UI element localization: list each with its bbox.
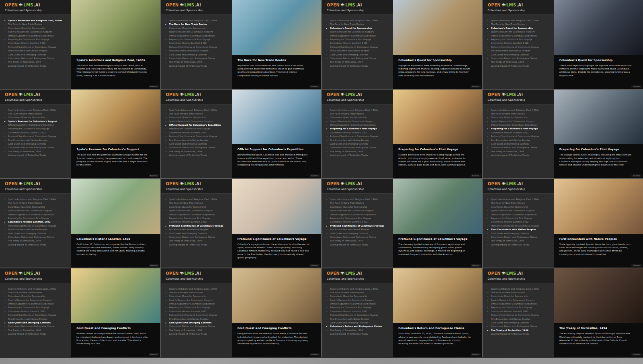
toc-item[interactable]: • Official Support for Columbus's Expedi… — [326, 303, 391, 305]
toc-item[interactable]: • Preparing for Columbus's First Voyage — [487, 39, 552, 41]
toc-item[interactable]: ▸ Spain's Ambitions and Religious Zeal, … — [4, 20, 69, 22]
toc-item[interactable]: • Lasting Impact of Tordesillas Treaty — [166, 65, 230, 67]
toc-item[interactable]: • Spain's Ambitions and Religious Zeal, … — [487, 109, 552, 112]
toc-item[interactable]: • Spain's Reasons for Columbus's Support — [326, 210, 391, 212]
toc-item[interactable]: • Columbus's Return and Portuguese Claim… — [4, 325, 69, 328]
toc-item[interactable]: • Spain's Reasons for Columbus's Support — [487, 210, 552, 212]
toc-item[interactable]: • Profound Significance of Columbus's Vo… — [326, 314, 391, 317]
toc-item[interactable]: • Lasting Impact of Tordesillas Treaty — [487, 244, 552, 246]
toc-item[interactable]: • Spain's Ambitions and Religious Zeal, … — [326, 109, 391, 112]
toc-item[interactable]: • Official Support for Columbus's Expedi… — [326, 124, 391, 127]
toc-item[interactable]: • Official Support for Columbus's Expedi… — [487, 124, 552, 127]
toc-item[interactable]: • Profound Significance of Columbus's Vo… — [166, 135, 230, 138]
toc-item[interactable]: • Preparing for Columbus's First Voyage — [4, 217, 69, 220]
gamma-watermark[interactable]: Gamma — [149, 353, 159, 356]
toc-item[interactable]: • Columbus's Return and Portuguese Claim… — [4, 57, 69, 60]
toc-item[interactable]: • First Encounters with Native Peoples — [4, 229, 69, 231]
toc-item[interactable]: • Lasting Impact of Tordesillas Treaty — [4, 154, 69, 157]
toc-item[interactable]: • Preparing for Columbus's First Voyage — [166, 128, 230, 130]
toc-item[interactable]: • Official Support for Columbus's Expedi… — [166, 214, 230, 216]
toc-item[interactable]: • Columbus's Historic Landfall, 1492 — [166, 311, 230, 313]
toc-item[interactable]: • First Encounters with Native Peoples — [326, 229, 391, 231]
gamma-watermark[interactable]: Gamma — [631, 174, 642, 177]
toc-item[interactable]: • Gold Quest and Emerging Conflicts — [487, 322, 552, 324]
toc-item[interactable]: • Columbus's Return and Portuguese Claim… — [487, 57, 552, 60]
toc-item[interactable]: • First Encounters with Native Peoples — [326, 139, 391, 142]
toc-item[interactable]: • Columbus's Return and Portuguese Claim… — [166, 325, 230, 328]
gamma-watermark[interactable]: Gamma — [471, 264, 481, 267]
toc-item[interactable]: • Gold Quest and Emerging Conflicts — [487, 233, 552, 235]
toc-item[interactable]: ▸ Gold Quest and Emerging Conflicts — [4, 322, 69, 324]
toc-item[interactable]: ▸ Preparing for Columbus's First Voyage — [326, 128, 391, 130]
toc-item[interactable]: • The Race for New Trade Routes — [4, 23, 69, 26]
toc-item[interactable]: • Columbus's Historic Landfall, 1492 — [326, 42, 391, 45]
toc-item[interactable]: • Preparing for Columbus's First Voyage — [326, 39, 391, 41]
toc-item[interactable]: • The Race for New Trade Routes — [487, 202, 552, 204]
toc-item[interactable]: • Spain's Ambitions and Religious Zeal, … — [166, 20, 230, 22]
toc-item[interactable]: • Spain's Reasons for Columbus's Support — [4, 299, 69, 302]
toc-item[interactable]: • Columbus's Quest for Sponsorship — [326, 117, 391, 119]
toc-item[interactable]: • Columbus's Quest for Sponsorship — [166, 117, 230, 119]
toc-item[interactable]: • Spain's Ambitions and Religious Zeal, … — [487, 20, 552, 22]
toc-item[interactable]: • Columbus's Return and Portuguese Claim… — [166, 147, 230, 149]
gamma-watermark[interactable]: Gamma — [309, 85, 320, 88]
gamma-watermark[interactable]: Gamma — [471, 85, 481, 88]
toc-item[interactable]: • Lasting Impact of Tordesillas Treaty — [487, 154, 552, 157]
toc-item[interactable]: • Columbus's Historic Landfall, 1492 — [487, 42, 552, 45]
toc-item[interactable]: • First Encounters with Native Peoples — [166, 318, 230, 321]
toc-item[interactable]: • Profound Significance of Columbus's Vo… — [4, 314, 69, 317]
toc-item[interactable]: • Columbus's Return and Portuguese Claim… — [4, 147, 69, 149]
toc-item[interactable]: • Columbus's Return and Portuguese Claim… — [326, 147, 391, 149]
toc-item[interactable]: • First Encounters with Native Peoples — [166, 139, 230, 142]
toc-item[interactable]: • Lasting Impact of Tordesillas Treaty — [487, 333, 552, 335]
toc-item[interactable]: • Lasting Impact of Tordesillas Treaty — [326, 333, 391, 335]
toc-item[interactable]: • Official Support for Columbus's Expedi… — [4, 303, 69, 305]
toc-item[interactable]: • Preparing for Columbus's First Voyage — [326, 217, 391, 220]
toc-item[interactable]: • Preparing for Columbus's First Voyage — [326, 307, 391, 309]
toc-item[interactable]: • Columbus's Historic Landfall, 1492 — [4, 311, 69, 313]
toc-item[interactable]: • Columbus's Quest for Sponsorship — [166, 206, 230, 209]
toc-item[interactable]: • Official Support for Columbus's Expedi… — [487, 35, 552, 37]
toc-item[interactable]: • Lasting Impact of Tordesillas Treaty — [326, 65, 391, 67]
toc-item[interactable]: • Spain's Reasons for Columbus's Support — [4, 210, 69, 212]
toc-item[interactable]: • The Race for New Trade Routes — [166, 292, 230, 294]
toc-item[interactable]: • Spain's Reasons for Columbus's Support — [166, 121, 230, 123]
toc-item[interactable]: • First Encounters with Native Peoples — [326, 50, 391, 52]
toc-item[interactable]: • Official Support for Columbus's Expedi… — [166, 303, 230, 305]
toc-item[interactable]: • Profound Significance of Columbus's Vo… — [487, 135, 552, 138]
toc-item[interactable]: • Official Support for Columbus's Expedi… — [166, 35, 230, 37]
toc-item[interactable]: • Gold Quest and Emerging Conflicts — [4, 143, 69, 145]
toc-item[interactable]: • Columbus's Quest for Sponsorship — [487, 206, 552, 209]
toc-item[interactable]: • Gold Quest and Emerging Conflicts — [166, 54, 230, 56]
toc-item[interactable]: • Lasting Impact of Tordesillas Treaty — [4, 65, 69, 67]
toc-item[interactable]: ▸ The Treaty of Tordesillas, 1494 — [487, 329, 552, 332]
toc-item[interactable]: • Gold Quest and Emerging Conflicts — [326, 54, 391, 56]
toc-item[interactable]: • Columbus's Historic Landfall, 1492 — [487, 221, 552, 223]
gamma-watermark[interactable]: Gamma — [309, 353, 320, 356]
toc-item[interactable]: • First Encounters with Native Peoples — [166, 50, 230, 52]
toc-item[interactable]: • Official Support for Columbus's Expedi… — [4, 124, 69, 127]
toc-item[interactable]: • The Treaty of Tordesillas, 1494 — [326, 61, 391, 63]
toc-item[interactable]: • Lasting Impact of Tordesillas Treaty — [166, 244, 230, 246]
toc-item[interactable]: • First Encounters with Native Peoples — [4, 139, 69, 142]
gamma-watermark[interactable]: Gamma — [471, 174, 481, 177]
gamma-watermark[interactable]: Gamma — [309, 264, 320, 267]
toc-item[interactable]: • Profound Significance of Columbus's Vo… — [326, 46, 391, 49]
toc-item[interactable]: ▸ Gold Quest and Emerging Conflicts — [166, 322, 230, 324]
toc-item[interactable]: • The Treaty of Tordesillas, 1494 — [166, 329, 230, 332]
toc-item[interactable]: • Columbus's Quest for Sponsorship — [4, 295, 69, 298]
toc-item[interactable]: • Lasting Impact of Tordesillas Treaty — [326, 244, 391, 246]
toc-item[interactable]: • Spain's Ambitions and Religious Zeal, … — [487, 198, 552, 201]
gamma-watermark[interactable]: Gamma — [149, 264, 159, 267]
toc-item[interactable]: • Columbus's Return and Portuguese Claim… — [487, 236, 552, 239]
gamma-watermark[interactable]: Gamma — [149, 85, 159, 88]
toc-item[interactable]: • Spain's Reasons for Columbus's Support — [4, 31, 69, 33]
toc-item[interactable]: • Gold Quest and Emerging Conflicts — [166, 233, 230, 235]
toc-item[interactable]: • Gold Quest and Emerging Conflicts — [487, 54, 552, 56]
toc-item[interactable]: ▸ Columbus's Historic Landfall, 1492 — [4, 221, 69, 223]
toc-item[interactable]: • Spain's Reasons for Columbus's Support — [166, 210, 230, 212]
toc-item[interactable]: • Columbus's Return and Portuguese Claim… — [4, 236, 69, 239]
toc-item[interactable]: • The Treaty of Tordesillas, 1494 — [4, 151, 69, 153]
toc-item[interactable]: • Spain's Reasons for Columbus's Support — [487, 121, 552, 123]
toc-item[interactable]: • The Race for New Trade Routes — [326, 23, 391, 26]
